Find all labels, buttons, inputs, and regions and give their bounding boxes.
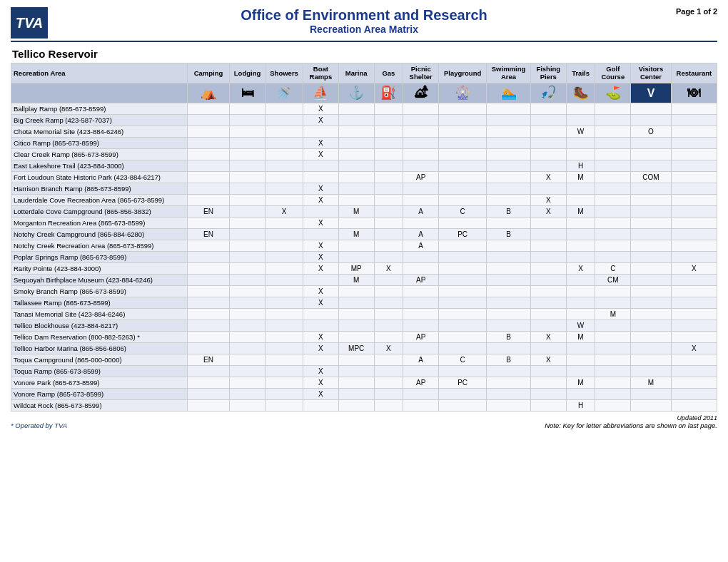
row-trails [566, 297, 595, 309]
row-lodging [229, 183, 265, 195]
row-gas [374, 172, 403, 183]
header-title: Office of Environment and Research [241, 7, 487, 24]
row-fishing_piers: X [530, 206, 566, 218]
row-lodging [229, 320, 265, 332]
table-row: Notchy Creek Recreation Area (865-673-85… [11, 240, 717, 252]
row-showers [266, 240, 303, 252]
row-showers [266, 160, 303, 172]
row-restaurant [671, 206, 717, 218]
row-picnic_shelter [403, 183, 439, 195]
icon-swimming: 🏊 [487, 83, 531, 103]
row-camping [188, 172, 230, 183]
row-playground: PC [439, 377, 487, 389]
row-marina [338, 389, 374, 400]
row-trails [566, 354, 595, 366]
row-fishing_piers [530, 149, 566, 160]
row-camping [188, 115, 230, 126]
row-showers [266, 400, 303, 412]
row-fishing_piers [530, 115, 566, 126]
row-fishing_piers [530, 252, 566, 263]
table-row: Vonore Park (865-673-8599)XAPPCMM [11, 377, 717, 389]
row-gas [374, 160, 403, 172]
row-visitors_center [631, 115, 672, 126]
row-fishing_piers [530, 263, 566, 275]
row-playground [439, 332, 487, 343]
row-boat_ramps: X [303, 389, 338, 400]
row-name: Morganton Recreation Area (865-673-8599) [11, 218, 188, 229]
row-visitors_center [631, 240, 672, 252]
row-fishing_piers [530, 218, 566, 229]
col-name: Recreation Area [11, 63, 188, 83]
row-picnic_shelter [403, 160, 439, 172]
row-golf_course [595, 172, 631, 183]
row-gas [374, 183, 403, 195]
table-row: Tellico Blockhouse (423-884-6217)W [11, 320, 717, 332]
row-boat_ramps: X [303, 115, 338, 126]
row-marina [338, 309, 374, 320]
row-marina [338, 218, 374, 229]
row-showers [266, 275, 303, 286]
row-swimming_area [487, 400, 531, 412]
row-name: Tellico Dam Reservation (800-882-5263) * [11, 332, 188, 343]
row-marina [338, 354, 374, 366]
row-name: Tanasi Memorial Site (423-884-6246) [11, 309, 188, 320]
row-camping [188, 389, 230, 400]
row-name: Chota Memorial Site (423-884-6246) [11, 126, 188, 138]
row-name: Toqua Campground (865-000-0000) [11, 354, 188, 366]
row-marina [338, 115, 374, 126]
row-camping [188, 309, 230, 320]
row-visitors_center [631, 354, 672, 366]
row-name: Clear Creek Ramp (865-673-8599) [11, 149, 188, 160]
row-gas [374, 103, 403, 115]
row-gas [374, 275, 403, 286]
row-visitors_center [631, 309, 672, 320]
row-camping [188, 297, 230, 309]
row-playground [439, 218, 487, 229]
row-fishing_piers [530, 126, 566, 138]
row-golf_course [595, 138, 631, 149]
row-marina [338, 138, 374, 149]
table-row: Tallassee Ramp (865-673-8599)X [11, 297, 717, 309]
row-swimming_area: B [487, 206, 531, 218]
row-picnic_shelter: AP [403, 332, 439, 343]
row-showers [266, 263, 303, 275]
row-swimming_area [487, 366, 531, 377]
col-golf: Golf Course [595, 63, 631, 83]
row-marina: M [338, 206, 374, 218]
row-gas [374, 366, 403, 377]
row-swimming_area [487, 263, 531, 275]
row-picnic_shelter [403, 343, 439, 354]
tva-logo: TVA [11, 7, 48, 39]
row-gas: X [374, 263, 403, 275]
row-golf_course [595, 160, 631, 172]
row-visitors_center: M [631, 377, 672, 389]
row-lodging [229, 366, 265, 377]
row-lodging [229, 218, 265, 229]
row-camping [188, 377, 230, 389]
row-restaurant [671, 332, 717, 343]
page-header: TVA Office of Environment and Research R… [11, 7, 717, 35]
row-lodging [229, 172, 265, 183]
icon-marina: ⚓ [338, 83, 374, 103]
row-picnic_shelter [403, 149, 439, 160]
col-marina: Marina [338, 63, 374, 83]
row-lodging [229, 286, 265, 297]
table-row: Lotterdale Cove Campground (865-856-3832… [11, 206, 717, 218]
row-gas [374, 297, 403, 309]
row-swimming_area [487, 172, 531, 183]
col-camping: Camping [188, 63, 230, 83]
row-playground [439, 275, 487, 286]
row-golf_course: CM [595, 275, 631, 286]
row-restaurant [671, 218, 717, 229]
row-showers [266, 229, 303, 240]
row-playground [439, 126, 487, 138]
row-golf_course [595, 115, 631, 126]
row-swimming_area [487, 183, 531, 195]
row-restaurant [671, 389, 717, 400]
row-swimming_area [487, 115, 531, 126]
row-swimming_area: B [487, 332, 531, 343]
row-trails [566, 275, 595, 286]
row-picnic_shelter [403, 115, 439, 126]
row-name: Notchy Creek Campground (865-884-6280) [11, 229, 188, 240]
table-row: Tanasi Memorial Site (423-884-6246)M [11, 309, 717, 320]
